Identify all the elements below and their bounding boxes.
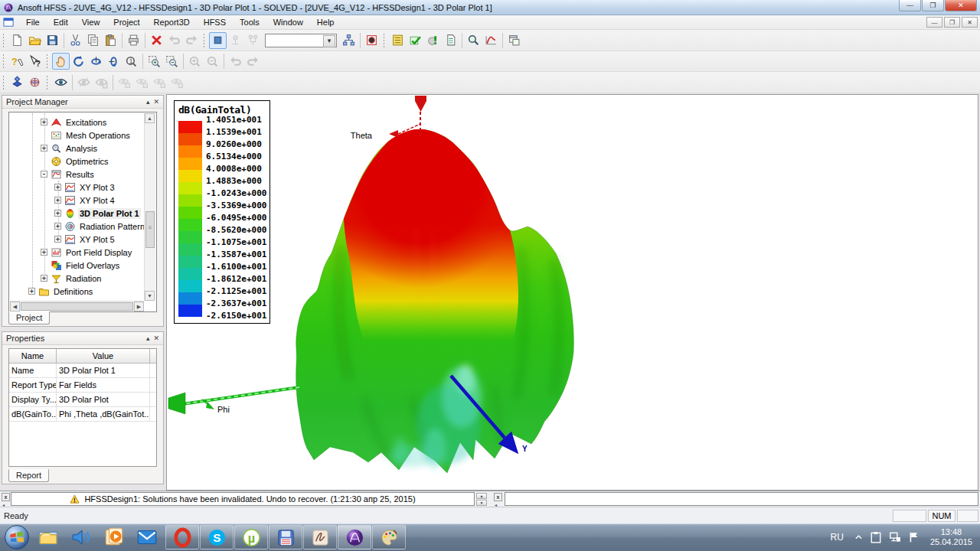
- tree-item[interactable]: + Definitions: [10, 285, 144, 298]
- tray-clipboard-icon[interactable]: [870, 531, 882, 543]
- mdi-restore-button[interactable]: ❐: [944, 17, 960, 28]
- help-pointer-icon[interactable]: ?: [8, 53, 26, 70]
- mdi-minimize-button[interactable]: —: [926, 17, 942, 28]
- tree-item[interactable]: + 1 Port Field Display: [10, 246, 144, 259]
- solve-square-icon[interactable]: [209, 32, 227, 49]
- rotate-axis-icon[interactable]: [87, 53, 105, 70]
- plot-curve-icon[interactable]: [482, 32, 500, 49]
- skype-icon[interactable]: S: [200, 525, 234, 549]
- tree-item[interactable]: + Radiation: [10, 272, 144, 285]
- tree-item[interactable]: Optimetrics: [10, 155, 144, 168]
- cut-icon[interactable]: [67, 32, 84, 49]
- message-spinner[interactable]: ▲▼: [476, 493, 487, 506]
- project-manager-header[interactable]: Project Manager ▴✕: [2, 96, 163, 109]
- open-folder-icon[interactable]: [26, 32, 44, 49]
- zoom-in-box-icon[interactable]: [145, 53, 163, 70]
- tree-expander[interactable]: +: [41, 145, 47, 152]
- tree-item[interactable]: + XY Plot 3: [10, 181, 144, 194]
- tree-expander[interactable]: +: [54, 236, 61, 243]
- opera-icon[interactable]: [165, 525, 199, 549]
- model-tree-icon[interactable]: [340, 32, 358, 49]
- property-row[interactable]: Name 3D Polar Plot 1: [9, 364, 156, 378]
- tree-vertical-scrollbar[interactable]: ▲ ▼: [144, 113, 155, 301]
- floppy-app-icon[interactable]: [269, 525, 302, 549]
- paste-icon[interactable]: [102, 32, 119, 49]
- tree-expander[interactable]: -: [41, 171, 47, 178]
- tree-expander[interactable]: +: [54, 197, 61, 204]
- paint-palette-icon[interactable]: [372, 525, 406, 549]
- port-small-icon[interactable]: [227, 32, 244, 49]
- redo-arrow-icon[interactable]: [183, 32, 201, 49]
- property-row[interactable]: Display Ty... 3D Polar Plot: [9, 393, 156, 407]
- close-button[interactable]: ✕: [945, 0, 977, 11]
- tray-up-icon[interactable]: [854, 531, 863, 543]
- plot-view[interactable]: Theta Phi Y dB(GainTotal) 1.4051e+0011.1…: [166, 94, 978, 491]
- orientation-sphere-icon[interactable]: [26, 74, 44, 91]
- properties-header[interactable]: Properties ▴✕: [2, 332, 163, 345]
- menu-item[interactable]: View: [75, 16, 107, 28]
- tree-item[interactable]: + Excitations: [10, 116, 144, 129]
- menu-item[interactable]: File: [19, 16, 47, 28]
- tree-expander[interactable]: +: [54, 223, 61, 230]
- eye-box-icon[interactable]: [151, 74, 168, 91]
- undo-arrow-icon[interactable]: [165, 32, 183, 49]
- start-button[interactable]: [5, 525, 29, 549]
- rotate-screen-icon[interactable]: [105, 53, 122, 70]
- menu-item[interactable]: Tools: [233, 16, 266, 28]
- eye-box-icon[interactable]: [168, 74, 186, 91]
- tray-flag-icon[interactable]: [908, 531, 920, 543]
- tree-item[interactable]: + Radiation Pattern: [10, 220, 144, 233]
- project-tab[interactable]: Project: [8, 311, 50, 324]
- zoom-out-box-icon[interactable]: [163, 53, 181, 70]
- menu-item[interactable]: Report3D: [147, 16, 197, 28]
- message-close-icon[interactable]: x: [2, 493, 10, 501]
- abort-solve-icon[interactable]: [363, 32, 381, 49]
- media-player-icon[interactable]: [103, 526, 126, 549]
- tree-expander[interactable]: +: [41, 249, 47, 256]
- tree-item[interactable]: Mesh Operations: [10, 129, 144, 142]
- menu-item[interactable]: Help: [310, 16, 341, 28]
- utorrent-icon[interactable]: µ: [234, 525, 268, 549]
- port-pair-icon[interactable]: [244, 32, 262, 49]
- tree-item[interactable]: + XY Plot 5: [10, 233, 144, 246]
- pan-hand-icon[interactable]: [52, 53, 70, 70]
- rotate-model-icon[interactable]: [70, 53, 87, 70]
- maximize-button[interactable]: ❐: [922, 0, 944, 11]
- menu-item[interactable]: HFSS: [197, 16, 233, 28]
- tree-expander[interactable]: +: [28, 288, 35, 295]
- results-doc-icon[interactable]: [442, 32, 459, 49]
- tree-expander[interactable]: +: [54, 184, 61, 191]
- analyze-all-icon[interactable]: [424, 32, 442, 49]
- close-panel-icon[interactable]: ✕: [153, 334, 159, 342]
- tree-item[interactable]: + 3D Polar Plot 1: [10, 207, 144, 220]
- minimize-button[interactable]: —: [899, 0, 921, 11]
- profile-sheet-icon[interactable]: [389, 32, 407, 49]
- tray-network-icon[interactable]: [889, 531, 901, 543]
- eye-box-icon[interactable]: [133, 74, 151, 91]
- signature-app-icon[interactable]: [303, 525, 337, 549]
- tree-expander[interactable]: +: [41, 119, 47, 126]
- zoom-100-icon[interactable]: 1: [122, 53, 140, 70]
- validate-check-icon[interactable]: [407, 32, 424, 49]
- context-help-icon[interactable]: ?: [26, 53, 44, 70]
- redo-arrow-icon[interactable]: [244, 53, 262, 70]
- tree-expander[interactable]: +: [54, 210, 61, 217]
- report-tab[interactable]: Report: [8, 469, 49, 482]
- print-icon[interactable]: [125, 32, 142, 49]
- hide-eye-icon[interactable]: [75, 74, 93, 91]
- tree-item[interactable]: Field Overlays: [10, 259, 144, 272]
- mdi-close-button[interactable]: ✕: [962, 17, 978, 28]
- copy-icon[interactable]: [84, 32, 102, 49]
- plane-cut-icon[interactable]: [8, 74, 26, 91]
- menu-item[interactable]: Window: [266, 16, 310, 28]
- taskbar-clock[interactable]: 13:48 25.04.2015: [930, 527, 972, 547]
- undo-arrow-icon[interactable]: [227, 53, 244, 70]
- delete-x-icon[interactable]: [148, 32, 165, 49]
- mail-icon[interactable]: [136, 526, 158, 549]
- zoom-in-icon[interactable]: [186, 53, 204, 70]
- close-panel-icon[interactable]: ✕: [153, 98, 159, 106]
- language-indicator[interactable]: RU: [831, 532, 844, 543]
- tree-item[interactable]: + XY Plot 4: [10, 194, 144, 207]
- window-copy-icon[interactable]: [505, 32, 523, 49]
- zoom-lens-icon[interactable]: [465, 32, 482, 49]
